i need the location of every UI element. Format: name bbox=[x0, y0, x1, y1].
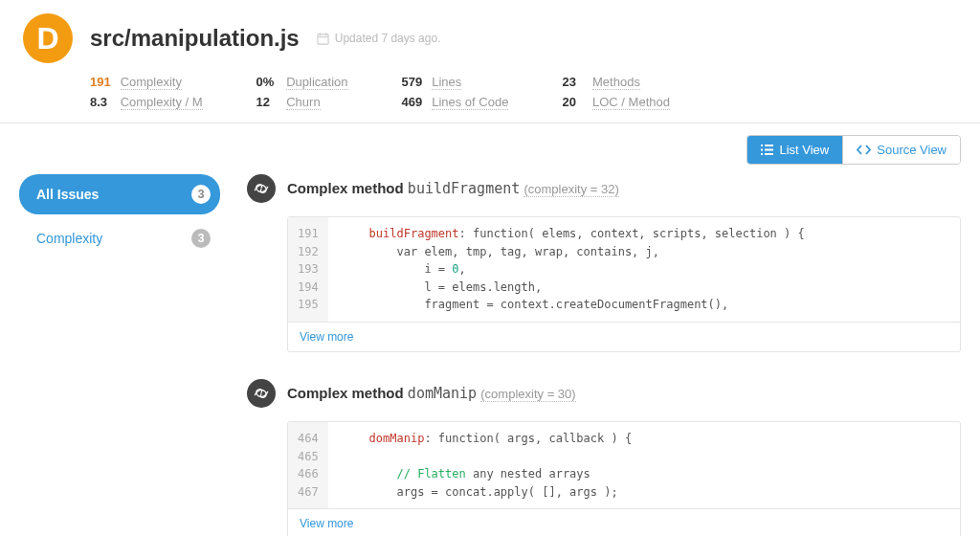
metric-col-3: 579 Lines469 Lines of Code bbox=[402, 75, 509, 109]
code-icon bbox=[857, 145, 871, 155]
metric-label: Methods bbox=[592, 75, 640, 90]
issue-complexity-label: (complexity = 30) bbox=[480, 387, 575, 402]
view-more-link[interactable]: View more bbox=[288, 508, 960, 536]
code-block: 464 465 466 467 domManip: function( args… bbox=[287, 421, 961, 536]
view-more-link[interactable]: View more bbox=[288, 322, 960, 351]
sidebar-item-all-issues[interactable]: All Issues 3 bbox=[19, 174, 220, 214]
code-snippet: domManip: function( args, callback ) { /… bbox=[328, 422, 960, 508]
issue-header: Complex method domManip (complexity = 30… bbox=[247, 379, 961, 408]
calendar-icon bbox=[317, 33, 329, 45]
count-badge: 3 bbox=[191, 185, 211, 204]
updated-text: Updated 7 days ago. bbox=[335, 32, 441, 45]
issue-title: Complex method buildFragment (complexity… bbox=[287, 180, 619, 197]
metric-value: 579 bbox=[402, 75, 429, 89]
view-toggle-group: List View Source View bbox=[746, 135, 961, 165]
complexity-icon bbox=[247, 379, 276, 408]
issue: Complex method buildFragment (complexity… bbox=[247, 174, 961, 352]
source-view-button[interactable]: Source View bbox=[842, 136, 960, 164]
metric-value: 12 bbox=[256, 95, 283, 109]
metric-value: 20 bbox=[562, 95, 589, 109]
svg-rect-3 bbox=[325, 33, 326, 35]
sidebar-item-complexity[interactable]: Complexity 3 bbox=[19, 218, 220, 258]
svg-rect-8 bbox=[761, 153, 763, 155]
svg-rect-5 bbox=[765, 145, 773, 146]
code-snippet: buildFragment: function( elems, context,… bbox=[328, 217, 960, 322]
metric-row: 469 Lines of Code bbox=[402, 95, 509, 109]
count-badge: 3 bbox=[191, 229, 211, 248]
complexity-icon bbox=[247, 174, 276, 203]
metric-col-2: 0% Duplication12 Churn bbox=[256, 75, 348, 109]
file-header: D src/manipulation.js Updated 7 days ago… bbox=[0, 0, 980, 71]
issue-complexity-label: (complexity = 32) bbox=[523, 182, 618, 197]
file-title: src/manipulation.js bbox=[90, 25, 300, 52]
svg-rect-9 bbox=[765, 153, 773, 155]
line-numbers: 191 192 193 194 195 bbox=[288, 217, 328, 322]
issue-method: buildFragment bbox=[408, 180, 520, 197]
sidebar-item-label: All Issues bbox=[36, 187, 99, 202]
metric-row: 20 LOC / Method bbox=[562, 95, 670, 109]
list-icon bbox=[761, 145, 773, 155]
metric-label: Complexity / M bbox=[121, 95, 203, 110]
metric-row: 191 Complexity bbox=[90, 75, 203, 89]
metric-label: Complexity bbox=[121, 75, 182, 90]
source-view-label: Source View bbox=[877, 143, 947, 157]
updated-timestamp: Updated 7 days ago. bbox=[317, 32, 441, 45]
metric-value: 23 bbox=[562, 75, 589, 89]
svg-rect-6 bbox=[761, 149, 763, 151]
issue-method: domManip bbox=[408, 385, 477, 402]
metric-value: 469 bbox=[402, 95, 429, 109]
metric-label: Duplication bbox=[286, 75, 347, 90]
metric-value: 191 bbox=[90, 75, 117, 89]
code-block: 191 192 193 194 195 buildFragment: funct… bbox=[287, 216, 961, 352]
issue-title: Complex method domManip (complexity = 30… bbox=[287, 385, 576, 402]
list-view-label: List View bbox=[779, 143, 829, 157]
metric-value: 8.3 bbox=[90, 95, 117, 109]
issues-list: Complex method buildFragment (complexity… bbox=[247, 174, 961, 536]
svg-rect-2 bbox=[320, 33, 321, 35]
issue-header: Complex method buildFragment (complexity… bbox=[247, 174, 961, 203]
metric-row: 12 Churn bbox=[256, 95, 348, 109]
sidebar-item-label: Complexity bbox=[36, 231, 102, 246]
metric-row: 23 Methods bbox=[562, 75, 670, 89]
metric-label: Lines bbox=[432, 75, 461, 90]
issue-prefix: Complex method bbox=[287, 385, 404, 401]
sidebar: All Issues 3 Complexity 3 bbox=[19, 174, 220, 536]
metric-label: Lines of Code bbox=[432, 95, 508, 110]
view-toggle-bar: List View Source View bbox=[0, 123, 980, 174]
metric-col-4: 23 Methods20 LOC / Method bbox=[562, 75, 670, 109]
issue: Complex method domManip (complexity = 30… bbox=[247, 379, 961, 536]
metric-label: Churn bbox=[286, 95, 320, 110]
issue-prefix: Complex method bbox=[287, 180, 404, 196]
metric-row: 0% Duplication bbox=[256, 75, 348, 89]
metric-row: 579 Lines bbox=[402, 75, 509, 89]
metric-row: 8.3 Complexity / M bbox=[90, 95, 203, 109]
line-numbers: 464 465 466 467 bbox=[288, 422, 328, 508]
svg-rect-0 bbox=[318, 34, 328, 43]
metrics-bar: 191 Complexity8.3 Complexity / M 0% Dupl… bbox=[0, 71, 980, 123]
svg-rect-4 bbox=[761, 145, 763, 146]
grade-badge: D bbox=[23, 13, 73, 63]
metric-value: 0% bbox=[256, 75, 283, 89]
svg-rect-7 bbox=[765, 149, 773, 151]
list-view-button[interactable]: List View bbox=[747, 136, 842, 164]
metric-col-1: 191 Complexity8.3 Complexity / M bbox=[90, 75, 203, 109]
metric-label: LOC / Method bbox=[592, 95, 670, 110]
